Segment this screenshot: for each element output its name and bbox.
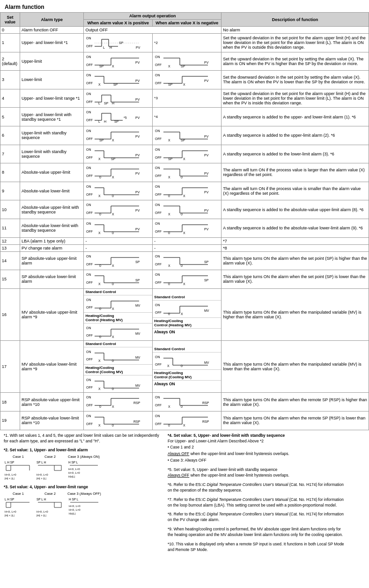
svg-text:ON: ON bbox=[86, 378, 91, 382]
alarm-diagram-6-neg-svg: ON OFF X SP PV bbox=[154, 127, 210, 142]
svg-text:X: X bbox=[98, 231, 101, 235]
header-set-value: Set value bbox=[0, 13, 20, 27]
svg-text:ON: ON bbox=[155, 303, 160, 307]
diagram-19-pos: ON OFF X 0 RSP bbox=[84, 412, 153, 430]
desc-15: This alarm type turns ON the alarm when … bbox=[221, 270, 369, 289]
case1-range-diagram: Case 1 L H SP H<0, L>0 |H| < |L| bbox=[4, 492, 33, 518]
svg-text:OFF: OFF bbox=[155, 311, 162, 314]
alarm-type-8: Absolute-value upper-limit bbox=[20, 163, 84, 182]
table-row: 19 RSP absolute-value lower-limit alarm … bbox=[0, 412, 369, 430]
set-value-3: 3 bbox=[0, 71, 20, 89]
alarm-type-16: MV absolute-value upper-limit alarm *9 bbox=[20, 288, 84, 340]
alarm-type-13: PV change rate alarm bbox=[20, 244, 84, 251]
set-value-6: 6 bbox=[0, 126, 20, 145]
alarm-type-14: SP absolute-value upper-limit alarm bbox=[20, 251, 84, 270]
diagram-17-std-pos-svg: ON OFF X 0 MV bbox=[85, 348, 141, 362]
svg-text:ON: ON bbox=[86, 148, 91, 151]
alarm-diagram-2-pos-svg: ON OFF SP X PV bbox=[85, 53, 141, 68]
svg-text:SP: SP bbox=[99, 65, 104, 68]
svg-text:|H| < |L|: |H| < |L| bbox=[5, 477, 15, 480]
alarm-diagram-19-pos-svg: ON OFF X 0 RSP bbox=[85, 412, 141, 427]
svg-text:ON: ON bbox=[86, 414, 91, 418]
svg-text:X: X bbox=[168, 139, 170, 142]
svg-text:0: 0 bbox=[181, 264, 183, 267]
svg-text:MV: MV bbox=[204, 309, 209, 312]
table-row: 0 Alarm function OFF Output OFF No alarm bbox=[0, 27, 369, 34]
svg-text:ON: ON bbox=[86, 92, 91, 96]
svg-text:RSP: RSP bbox=[133, 420, 140, 423]
svg-text:RSP: RSP bbox=[202, 401, 209, 404]
alarm-diagram-18-neg-svg: ON OFF X 0 RSP bbox=[154, 394, 210, 409]
svg-text:OFF: OFF bbox=[86, 306, 93, 309]
svg-text:ON: ON bbox=[86, 110, 91, 114]
alarm-diagram-11-pos-svg: ON OFF X 0 PV bbox=[85, 220, 141, 235]
svg-text:X: X bbox=[112, 213, 114, 216]
svg-text:ON: ON bbox=[86, 298, 91, 301]
svg-text:OFF: OFF bbox=[155, 263, 162, 266]
diagram-11-pos: ON OFF X 0 PV bbox=[84, 219, 153, 237]
case3-range-diagram: Case 3 (Always OFF) H SP L H<0, L<0 H<0,… bbox=[67, 492, 101, 518]
table-row-16: 16 MV absolute-value upper-limit alarm *… bbox=[0, 288, 369, 340]
svg-text:0: 0 bbox=[168, 424, 170, 427]
set-value-12: 12 bbox=[0, 237, 20, 244]
desc-8: The alarm will turn ON if the process va… bbox=[221, 163, 369, 182]
svg-text:0: 0 bbox=[168, 282, 170, 286]
note1-text: *1. With set values 1, 4 and 5, the uppe… bbox=[4, 433, 163, 444]
svg-text:ON: ON bbox=[86, 350, 91, 353]
set-value-9: 9 bbox=[0, 182, 20, 200]
svg-text:ON: ON bbox=[86, 74, 91, 77]
svg-text:X: X bbox=[183, 231, 185, 235]
svg-text:X: X bbox=[168, 264, 170, 267]
svg-text:PV: PV bbox=[204, 154, 209, 157]
note3-text: *3. Set value: 4, Upper- and lower-limit… bbox=[4, 485, 163, 490]
svg-text:SP: SP bbox=[168, 83, 173, 86]
alarm-type-0: Alarm function OFF bbox=[20, 27, 84, 34]
case2-range-diagram: Case 2 SP L H H>0, L<0 |H| > |L| bbox=[36, 492, 65, 518]
note3-diagrams: Case 1 L H SP H<0, L>0 |H| < |L| Case 2 bbox=[4, 492, 163, 518]
notes-left: *1. With set values 1, 4 and 5, the uppe… bbox=[4, 433, 163, 557]
diagram-6-neg: ON OFF X SP PV bbox=[153, 126, 221, 145]
table-row: 10 Absolute-value upper-limit with stand… bbox=[0, 200, 369, 219]
svg-text:X: X bbox=[168, 65, 170, 68]
svg-text:ON: ON bbox=[155, 166, 160, 169]
svg-text:ON: ON bbox=[86, 203, 91, 206]
diagram-16-std-pos-svg: ON OFF 0 X MV bbox=[85, 296, 141, 310]
svg-text:SP: SP bbox=[99, 139, 104, 142]
svg-text:ON: ON bbox=[86, 222, 91, 225]
svg-text:OFF: OFF bbox=[86, 263, 93, 266]
diagram-15-neg: ON OFF 0 X SP bbox=[153, 270, 221, 289]
desc-5: A standby sequence is added to the upper… bbox=[221, 108, 369, 126]
diagram-9-neg: ON OFF 0 X PV bbox=[153, 182, 221, 200]
svg-text:0: 0 bbox=[168, 194, 170, 198]
note-10-block: *10. This value is displayed only when a… bbox=[168, 542, 346, 553]
alarm-type-9: Absolute-value lower-limit bbox=[20, 182, 84, 200]
svg-text:*5: *5 bbox=[124, 116, 127, 119]
svg-text:SP: SP bbox=[114, 120, 119, 123]
table-row: 2(default) Upper-limit ON OFF SP X PV ON… bbox=[0, 52, 369, 71]
alarm-type-4: Upper- and lower-limit range *1 bbox=[20, 89, 84, 108]
desc-0: No alarm bbox=[221, 27, 369, 34]
case1-label: Case 1 bbox=[4, 455, 33, 459]
alarm-diagram-4-pos-svg: ON OFF L SP H PV bbox=[85, 90, 141, 105]
svg-text:0: 0 bbox=[112, 359, 114, 362]
set-value-11: 11 bbox=[0, 219, 20, 237]
desc-16: This alarm type turns ON the alarm when … bbox=[221, 288, 369, 340]
diagram-7-neg: ON OFF SP X PV bbox=[153, 145, 221, 163]
set-value-10: 10 bbox=[0, 200, 20, 219]
diagram-16-heat-pos-svg: ON OFF 0 X MV bbox=[85, 324, 141, 338]
svg-text:X: X bbox=[168, 405, 170, 408]
note2-diagrams: Case 1 L H SP H<0, L>0 |H| < |L| Case 2 bbox=[4, 455, 163, 481]
svg-text:X: X bbox=[98, 83, 101, 86]
desc-6: A standby sequence is added to the upper… bbox=[221, 126, 369, 145]
svg-text:ON: ON bbox=[86, 185, 91, 188]
svg-text:OFF: OFF bbox=[86, 118, 93, 122]
alarm-type-10: Absolute-value upper-limit with standby … bbox=[20, 200, 84, 219]
alarm-diagram-19-neg-svg: ON OFF 0 X RSP bbox=[154, 412, 210, 427]
svg-text:OFF: OFF bbox=[86, 211, 93, 214]
alarm-type-3: Lower-limit bbox=[20, 71, 84, 89]
svg-text:0: 0 bbox=[181, 405, 183, 408]
note4c-text: • Case 3: Always OFF bbox=[168, 458, 346, 463]
diagram-8-pos: ON OFF 0 X PV bbox=[84, 163, 153, 182]
set-value-19: 19 bbox=[0, 412, 20, 430]
svg-text:0: 0 bbox=[168, 231, 170, 235]
